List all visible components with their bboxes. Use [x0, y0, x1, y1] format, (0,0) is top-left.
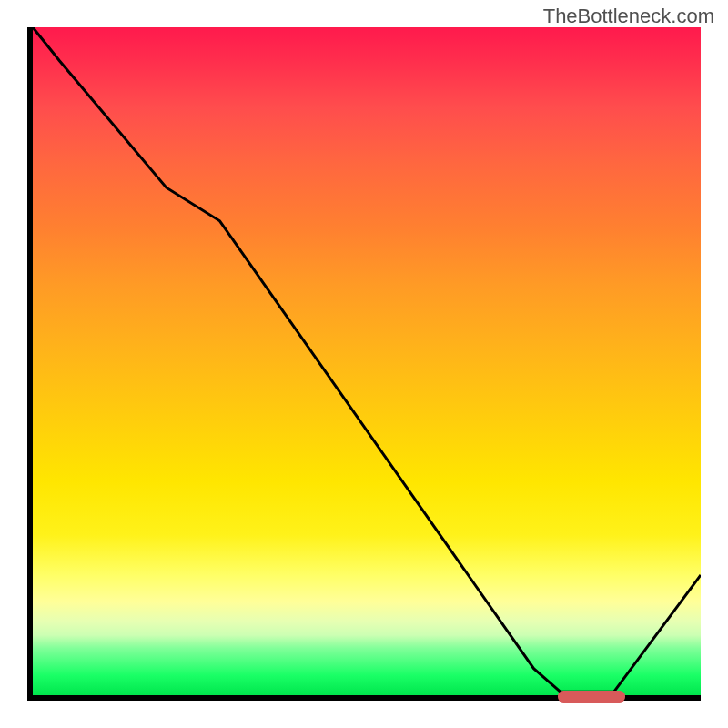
- curve-line: [33, 27, 701, 695]
- watermark-text: TheBottleneck.com: [543, 5, 714, 28]
- chart-container: [27, 27, 701, 701]
- highlight-marker: [558, 691, 625, 703]
